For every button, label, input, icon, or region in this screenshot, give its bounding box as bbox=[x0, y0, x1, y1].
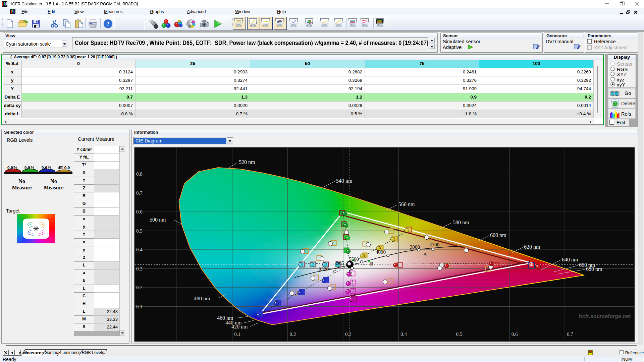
svg-text:D65: D65 bbox=[335, 260, 344, 266]
svg-text:560 nm: 560 nm bbox=[398, 201, 415, 207]
svg-text:2700: 2700 bbox=[429, 242, 439, 247]
svg-text:420 nm: 420 nm bbox=[231, 324, 248, 329]
svg-text:3000: 3000 bbox=[410, 244, 420, 250]
svg-text:0.4: 0.4 bbox=[400, 331, 407, 337]
svg-text:A: A bbox=[423, 252, 427, 257]
svg-text:0.5: 0.5 bbox=[456, 331, 463, 337]
svg-text:0.4: 0.4 bbox=[136, 247, 143, 252]
svg-text:0.3: 0.3 bbox=[136, 266, 143, 272]
svg-text:640 nm: 640 nm bbox=[562, 257, 578, 262]
svg-text:5500: 5500 bbox=[349, 256, 359, 262]
svg-text:0.5: 0.5 bbox=[136, 228, 143, 234]
svg-text:620 nm: 620 nm bbox=[524, 244, 540, 250]
svg-text:520 nm: 520 nm bbox=[239, 159, 255, 165]
svg-text:B: B bbox=[370, 261, 373, 266]
svg-text:0.2: 0.2 bbox=[290, 331, 296, 337]
svg-text:4000: 4000 bbox=[376, 249, 386, 255]
svg-text:580 nm: 580 nm bbox=[453, 220, 469, 225]
svg-text:0.1: 0.1 bbox=[136, 304, 143, 309]
svg-text:0.8: 0.8 bbox=[136, 171, 143, 177]
svg-text:9300: 9300 bbox=[319, 266, 329, 272]
svg-text:0.7: 0.7 bbox=[136, 190, 143, 196]
svg-text:hcfr.sourceforge.net: hcfr.sourceforge.net bbox=[579, 313, 631, 319]
svg-text:0.7: 0.7 bbox=[567, 331, 573, 337]
svg-text:600 nm: 600 nm bbox=[490, 232, 506, 238]
svg-text:480 nm: 480 nm bbox=[194, 296, 210, 301]
svg-text:680 nm: 680 nm bbox=[586, 266, 602, 272]
svg-text:0.3: 0.3 bbox=[345, 331, 352, 337]
svg-text:0.1: 0.1 bbox=[234, 331, 240, 337]
svg-text:0.6: 0.6 bbox=[512, 331, 518, 337]
svg-text:C: C bbox=[349, 268, 352, 274]
svg-text:0.2: 0.2 bbox=[136, 285, 143, 290]
svg-text:?: ? bbox=[107, 21, 110, 27]
svg-text:500 nm: 500 nm bbox=[150, 217, 166, 223]
svg-text:540 nm: 540 nm bbox=[336, 178, 353, 184]
svg-text:0.6: 0.6 bbox=[136, 209, 143, 215]
